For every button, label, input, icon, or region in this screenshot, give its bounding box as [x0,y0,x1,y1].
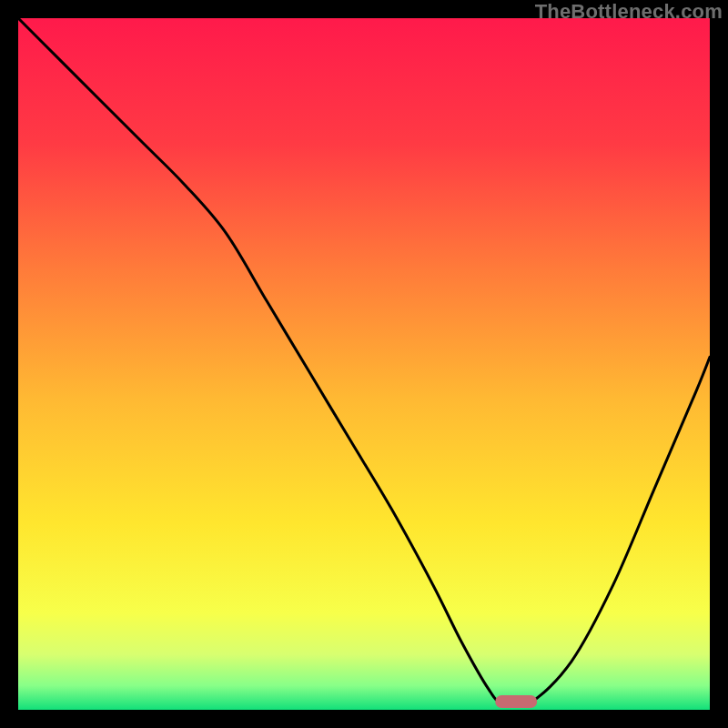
optimal-point-marker [495,695,537,708]
plot-area [18,18,710,710]
chart-frame: TheBottleneck.com [0,0,728,728]
chart-svg [18,18,710,710]
